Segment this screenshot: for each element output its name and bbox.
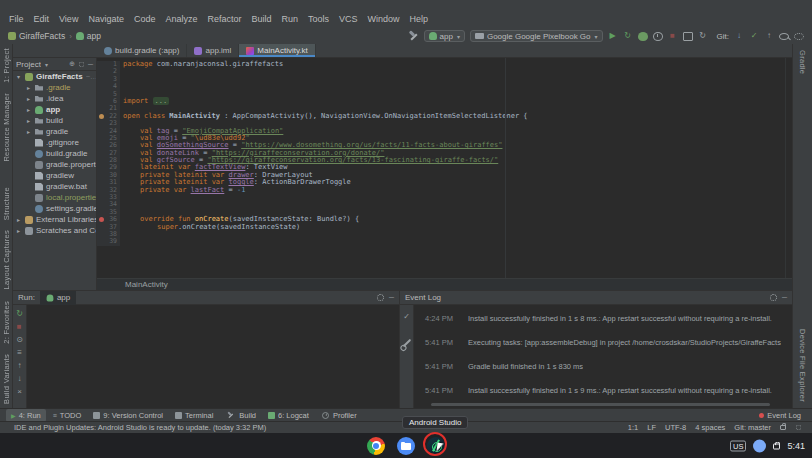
- build-hammer-icon[interactable]: [408, 31, 419, 42]
- clock[interactable]: 5:41: [787, 441, 805, 451]
- tool-stripe-layout-captures[interactable]: Layout Captures: [2, 230, 11, 290]
- tree-item-gradlew[interactable]: gradlew: [13, 170, 96, 181]
- system-tray[interactable]: US 5:41: [730, 439, 805, 452]
- toolwindow-button-4-run[interactable]: ▶4: Run: [6, 409, 46, 422]
- tab-mainactivity-kt[interactable]: MainActivity.kt: [239, 44, 316, 57]
- horizontal-scrollbar[interactable]: [431, 403, 770, 406]
- readonly-lock-icon[interactable]: [780, 425, 786, 430]
- tool-stripe-build-variants[interactable]: Build Variants: [2, 354, 11, 404]
- menu-navigate[interactable]: Navigate: [83, 13, 129, 25]
- toolwindow-button-9-version-control[interactable]: 9: Version Control: [88, 409, 168, 422]
- tool-stripe-device-file-explorer[interactable]: Device File Explorer: [798, 329, 807, 402]
- editor-scrollbar[interactable]: [785, 58, 792, 278]
- menu-analyze[interactable]: Analyze: [160, 13, 202, 25]
- event-log-settings-icon[interactable]: [770, 294, 777, 301]
- scroll-down-button[interactable]: ↓: [15, 374, 25, 384]
- menu-run[interactable]: Run: [277, 13, 304, 25]
- tree-item-external-libraries[interactable]: ▸External Libraries: [13, 214, 96, 225]
- sync-project-button[interactable]: ↻: [698, 31, 708, 41]
- toolwindow-button-6-logcat[interactable]: 6: Logcat: [263, 409, 314, 422]
- tree-item-gradle[interactable]: ▸gradle: [13, 126, 96, 137]
- project-view-selector[interactable]: Project: [16, 60, 41, 69]
- keyboard-layout-badge[interactable]: US: [730, 440, 746, 451]
- run-settings-icon[interactable]: [377, 294, 384, 301]
- tool-stripe-structure[interactable]: Structure: [2, 187, 11, 220]
- menu-file[interactable]: File: [4, 13, 29, 25]
- menu-code[interactable]: Code: [129, 13, 161, 25]
- scroll-up-button[interactable]: ↑: [15, 361, 25, 371]
- run-tab-app[interactable]: app: [40, 291, 76, 305]
- hide-panel-icon[interactable]: ─: [782, 294, 787, 301]
- status-message[interactable]: IDE and Plugin Updates: Android Studio i…: [14, 423, 266, 432]
- stop-button[interactable]: ■: [15, 322, 25, 332]
- stop-button[interactable]: ■: [668, 31, 678, 41]
- status-git-master[interactable]: Git: master: [734, 423, 771, 432]
- panel-settings-icon[interactable]: [79, 61, 85, 67]
- git-commit-button[interactable]: ✓: [749, 31, 759, 41]
- toolwindow-button-terminal[interactable]: Terminal: [170, 409, 218, 422]
- tree-item-app[interactable]: ▸app: [13, 104, 96, 115]
- toolwindow-button-build[interactable]: Build: [220, 409, 261, 422]
- menu-help[interactable]: Help: [405, 13, 434, 25]
- editor[interactable]: 1package com.naranjaconsal.giraffefacts2…: [97, 58, 792, 290]
- tree-item-build-gradle[interactable]: build.gradle: [13, 148, 96, 159]
- settings-gear-icon[interactable]: [794, 33, 804, 40]
- git-update-button[interactable]: ↓: [734, 31, 744, 41]
- menu-view[interactable]: View: [54, 13, 83, 25]
- breadcrumb-app[interactable]: app: [76, 31, 101, 41]
- run-config-selector[interactable]: app ▾: [424, 30, 465, 42]
- files-icon[interactable]: [397, 437, 415, 455]
- toolwindow-button-event-log[interactable]: Event Log: [754, 410, 806, 421]
- settings-button[interactable]: ≡: [15, 348, 25, 358]
- status-gear-icon[interactable]: [796, 425, 802, 431]
- search-icon[interactable]: [779, 33, 789, 40]
- tool-stripe-1-project[interactable]: 1: Project: [2, 48, 11, 83]
- run-button[interactable]: ▶: [608, 31, 618, 41]
- tree-item-gradle[interactable]: ▸.gradle: [13, 82, 96, 93]
- tool-stripe-gradle[interactable]: Gradle: [798, 50, 807, 74]
- status-lf[interactable]: LF: [647, 423, 656, 432]
- avatar[interactable]: [753, 439, 766, 452]
- profile-button[interactable]: [653, 32, 663, 41]
- debug-button[interactable]: [638, 32, 648, 41]
- tree-item-gradle-properties[interactable]: gradle.properties: [13, 159, 96, 170]
- status-4-spaces[interactable]: 4 spaces: [695, 423, 725, 432]
- pin-tab-button[interactable]: ⊙: [15, 335, 25, 345]
- menu-refactor[interactable]: Refactor: [202, 13, 246, 25]
- menu-edit[interactable]: Edit: [29, 13, 55, 25]
- toolwindow-button-todo[interactable]: ≡TODO: [48, 409, 87, 422]
- breadcrumb-class[interactable]: MainActivity: [125, 280, 168, 289]
- hide-panel-icon[interactable]: ─: [88, 61, 93, 68]
- git-push-button[interactable]: ↑: [764, 31, 774, 41]
- rerun-button[interactable]: ↻: [15, 309, 25, 319]
- device-selector[interactable]: Google Google Pixelbook Go ▾: [470, 30, 603, 42]
- menu-build[interactable]: Build: [246, 13, 276, 25]
- code-area[interactable]: 1package com.naranjaconsal.giraffefacts2…: [97, 58, 792, 278]
- menu-window[interactable]: Window: [363, 13, 405, 25]
- menu-vcs[interactable]: VCS: [334, 13, 363, 25]
- tool-stripe-2-favorites[interactable]: 2: Favorites: [2, 301, 11, 344]
- tree-item-build[interactable]: ▸build: [13, 115, 96, 126]
- tab-app-iml[interactable]: app.iml: [187, 44, 239, 57]
- apply-changes-button[interactable]: ↻: [623, 31, 633, 41]
- device-manager-button[interactable]: [683, 32, 693, 41]
- tree-item-giraffefacts[interactable]: ▾GiraffeFacts~/StudioProjects/GiraffeFac…: [13, 71, 96, 82]
- status-utf-8[interactable]: UTF-8: [665, 423, 686, 432]
- tool-stripe-resource-manager[interactable]: Resource Manager: [2, 93, 11, 162]
- filter-icon[interactable]: ✓: [402, 312, 412, 322]
- status-1-1[interactable]: 1:1: [628, 423, 638, 432]
- tree-item-settings-gradle[interactable]: settings.gradle: [13, 203, 96, 214]
- toolwindow-button-profiler[interactable]: Profiler: [316, 409, 362, 422]
- settings-wrench-icon[interactable]: [402, 339, 410, 347]
- clear-button[interactable]: ×: [15, 387, 25, 397]
- expand-all-icon[interactable]: ⊕: [69, 60, 75, 68]
- menu-tools[interactable]: Tools: [303, 13, 334, 25]
- hide-panel-icon[interactable]: ─: [389, 294, 394, 301]
- tree-item-scratches-and-consoles[interactable]: ▸Scratches and Consoles: [13, 225, 96, 236]
- tree-item-gitignore[interactable]: .gitignore: [13, 137, 96, 148]
- tree-item-local-properties[interactable]: local.properties: [13, 192, 96, 203]
- breadcrumb-giraffefacts[interactable]: GiraffeFacts: [8, 31, 65, 41]
- tree-item-idea[interactable]: ▸.idea: [13, 93, 96, 104]
- tree-item-gradlew-bat[interactable]: gradlew.bat: [13, 181, 96, 192]
- tab-build-gradle-app[interactable]: build.gradle (:app): [97, 44, 187, 57]
